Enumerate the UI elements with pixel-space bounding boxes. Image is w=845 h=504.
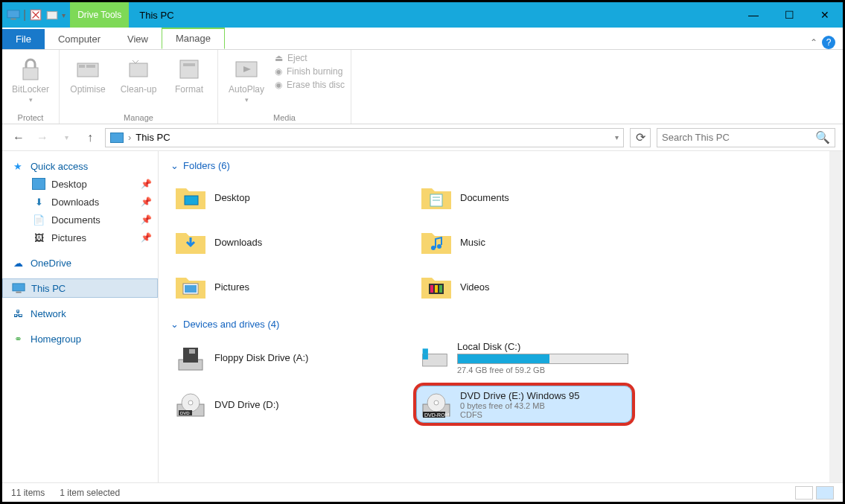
search-box[interactable]: 🔍 bbox=[657, 128, 835, 147]
eject-button[interactable]: ⏏Eject bbox=[275, 53, 345, 63]
svg-point-35 bbox=[188, 401, 193, 405]
close-button[interactable]: ✕ bbox=[807, 2, 843, 28]
tiles-view-button[interactable] bbox=[816, 486, 834, 500]
recent-locations-button[interactable]: ▾ bbox=[57, 129, 75, 147]
maximize-button[interactable]: ☐ bbox=[771, 2, 807, 28]
documents-icon: 📄 bbox=[32, 214, 45, 226]
optimise-button[interactable]: Optimise bbox=[66, 53, 110, 95]
sidebar-onedrive[interactable]: ☁OneDrive bbox=[2, 254, 158, 272]
sidebar-item-desktop[interactable]: Desktop📌 bbox=[2, 175, 158, 193]
sidebar-thispc[interactable]: This PC bbox=[2, 278, 158, 298]
navigation-pane: ★ Quick access Desktop📌 ⬇Downloads📌 📄Doc… bbox=[2, 151, 159, 482]
documents-folder-icon bbox=[420, 182, 453, 212]
pin-icon: 📌 bbox=[141, 232, 152, 243]
folder-documents[interactable]: Documents bbox=[416, 179, 632, 216]
dvd-icon: DVD bbox=[174, 389, 207, 419]
details-view-button[interactable] bbox=[795, 486, 813, 500]
svg-rect-15 bbox=[185, 196, 198, 205]
vertical-scrollbar[interactable] bbox=[829, 151, 843, 482]
group-header-drives[interactable]: ⌄Devices and drives (4) bbox=[170, 319, 831, 330]
svg-text:DVD: DVD bbox=[180, 411, 190, 415]
chevron-down-icon: ⌄ bbox=[170, 160, 179, 171]
sidebar-item-downloads[interactable]: ⬇Downloads📌 bbox=[2, 193, 158, 211]
ribbon-tabs: File Computer View Manage ⌃ ? bbox=[2, 28, 843, 50]
group-header-folders[interactable]: ⌄Folders (6) bbox=[170, 160, 831, 171]
pictures-icon: 🖼 bbox=[32, 232, 45, 243]
sidebar-homegroup[interactable]: ⚭Homegroup bbox=[2, 330, 158, 348]
storage-bar bbox=[457, 354, 628, 364]
optimise-icon bbox=[74, 56, 101, 83]
finish-burning-button[interactable]: ◉Finish burning bbox=[275, 66, 345, 77]
format-icon bbox=[176, 56, 203, 83]
drive-local-c[interactable]: Local Disk (C:) 27.4 GB free of 59.2 GB bbox=[416, 337, 632, 378]
folder-downloads[interactable]: Downloads bbox=[170, 223, 386, 261]
thispc-icon bbox=[12, 282, 25, 294]
sidebar-item-pictures[interactable]: 🖼Pictures📌 bbox=[2, 229, 158, 246]
svg-point-40 bbox=[434, 401, 439, 405]
dvd-rom-icon: DVD-ROM bbox=[420, 389, 453, 419]
window-title: This PC bbox=[129, 10, 184, 21]
up-button[interactable]: ↑ bbox=[81, 129, 99, 147]
pin-icon: 📌 bbox=[141, 179, 152, 189]
svg-rect-4 bbox=[23, 68, 38, 80]
forward-button[interactable]: → bbox=[34, 129, 51, 147]
svg-rect-25 bbox=[435, 285, 438, 293]
drive-floppy[interactable]: Floppy Disk Drive (A:) bbox=[170, 337, 386, 378]
help-icon[interactable]: ? bbox=[822, 36, 835, 49]
new-folder-icon[interactable] bbox=[45, 8, 59, 22]
tab-manage[interactable]: Manage bbox=[162, 28, 225, 49]
onedrive-icon: ☁ bbox=[11, 257, 25, 269]
explorer-window: | ▾ Drive Tools This PC — ☐ ✕ File Compu… bbox=[0, 0, 845, 504]
tab-computer[interactable]: Computer bbox=[45, 29, 114, 49]
eject-icon: ⏏ bbox=[275, 53, 283, 63]
svg-rect-13 bbox=[13, 284, 25, 291]
collapse-ribbon-icon[interactable]: ⌃ bbox=[810, 37, 817, 48]
status-item-count: 11 items bbox=[11, 488, 45, 498]
drive-dvd-d[interactable]: DVD DVD Drive (D:) bbox=[170, 386, 386, 423]
svg-rect-24 bbox=[430, 285, 433, 293]
floppy-icon bbox=[174, 343, 207, 373]
tab-view[interactable]: View bbox=[114, 29, 162, 49]
drive-dvd-e[interactable]: DVD-ROM DVD Drive (E:) Windows 95 0 byte… bbox=[416, 386, 632, 423]
search-icon: 🔍 bbox=[815, 130, 830, 144]
pin-icon: 📌 bbox=[141, 197, 152, 207]
qat-dropdown-icon[interactable]: ▾ bbox=[62, 11, 66, 19]
content-area: ★ Quick access Desktop📌 ⬇Downloads📌 📄Doc… bbox=[2, 151, 843, 482]
disc-erase-icon: ◉ bbox=[275, 80, 282, 90]
ribbon: BitLocker▾ Protect Optimise Clean-up For… bbox=[2, 50, 843, 124]
address-dropdown-icon[interactable]: ▾ bbox=[615, 133, 619, 141]
sidebar-network[interactable]: 🖧Network bbox=[2, 304, 158, 322]
minimize-button[interactable]: — bbox=[736, 2, 771, 28]
breadcrumb-location[interactable]: This PC bbox=[135, 132, 170, 143]
svg-rect-26 bbox=[439, 285, 442, 293]
folder-desktop[interactable]: Desktop bbox=[170, 179, 386, 216]
main-view: ⌄Folders (6) Desktop Documents Downloads… bbox=[159, 151, 843, 482]
address-bar[interactable]: › This PC ▾ bbox=[105, 128, 624, 147]
quick-access-toolbar: | ▾ bbox=[2, 8, 70, 22]
folder-videos[interactable]: Videos bbox=[416, 268, 632, 305]
cleanup-icon bbox=[125, 56, 152, 83]
autoplay-icon bbox=[233, 56, 260, 83]
erase-disc-button[interactable]: ◉Erase this disc bbox=[275, 80, 345, 90]
search-input[interactable] bbox=[662, 132, 815, 143]
status-bar: 11 items 1 item selected bbox=[2, 482, 843, 502]
svg-rect-29 bbox=[189, 349, 195, 354]
folder-music[interactable]: Music bbox=[416, 223, 632, 261]
autoplay-button[interactable]: AutoPlay▾ bbox=[224, 53, 269, 103]
back-button[interactable]: ← bbox=[10, 129, 28, 147]
disc-icon: ◉ bbox=[275, 66, 282, 77]
sidebar-quick-access[interactable]: ★ Quick access bbox=[2, 157, 158, 175]
bitlocker-button[interactable]: BitLocker▾ bbox=[8, 53, 53, 103]
svg-rect-7 bbox=[86, 65, 95, 68]
cleanup-button[interactable]: Clean-up bbox=[116, 53, 161, 95]
sidebar-item-documents[interactable]: 📄Documents📌 bbox=[2, 211, 158, 229]
properties-icon[interactable] bbox=[29, 8, 42, 22]
refresh-button[interactable]: ⟳ bbox=[630, 128, 651, 147]
thispc-icon bbox=[110, 133, 124, 143]
folder-pictures[interactable]: Pictures bbox=[170, 268, 386, 305]
desktop-folder-icon bbox=[174, 182, 207, 212]
star-icon: ★ bbox=[11, 160, 25, 172]
format-button[interactable]: Format bbox=[167, 53, 211, 95]
pin-icon: 📌 bbox=[141, 214, 152, 225]
file-tab[interactable]: File bbox=[2, 29, 45, 49]
